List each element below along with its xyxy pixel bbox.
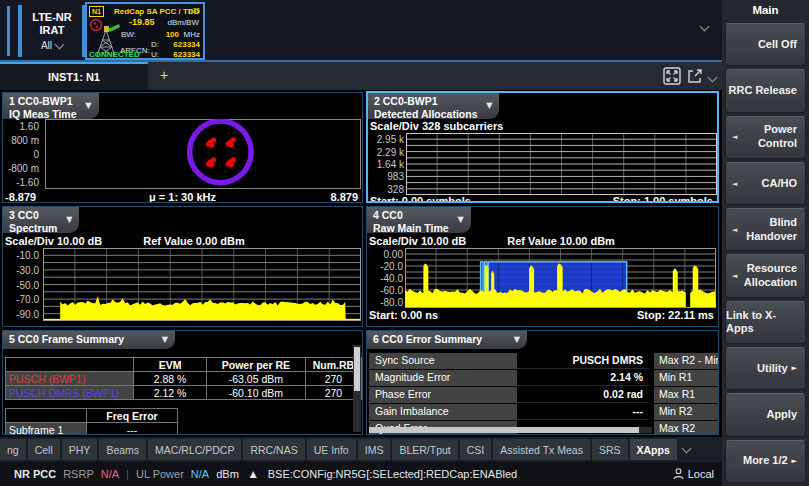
dropdown-icon[interactable]: ▼ bbox=[66, 215, 72, 225]
instance-bar-chevron-icon[interactable] bbox=[708, 73, 718, 83]
expand-log-caret-icon[interactable]: ▲ bbox=[250, 469, 257, 479]
ref-value-label: Ref Value 0.00 dBm bbox=[143, 235, 245, 247]
left-edge-accent bbox=[7, 6, 10, 56]
tab-bler-tput[interactable]: BLER/Tput bbox=[392, 439, 457, 460]
panel-detected-allocations: 2 CC0-BWP1 Detected Allocations ▼ Scale/… bbox=[366, 91, 719, 203]
dropdown-icon[interactable]: ▼ bbox=[162, 335, 168, 345]
measurement-value: -63.05 dBm bbox=[206, 372, 305, 386]
column-header bbox=[6, 358, 134, 372]
panel6-title-dropdown[interactable]: 6 CC0 Error Summary ▼ bbox=[367, 331, 527, 349]
lte-nr-irat-panel[interactable]: LTE-NR IRAT All bbox=[18, 5, 86, 57]
top-header: LTE-NR IRAT All N1 RedCap SA PCC / TDD n… bbox=[0, 0, 722, 62]
scpi-command-text: BSE:CONFig:NR5G[:SELected]:REDCap:ENABle… bbox=[268, 468, 517, 480]
ul-power-unit: dBm bbox=[216, 468, 239, 480]
error-metric-label: Magnitude Error bbox=[369, 370, 517, 386]
tab-overflow-chevron-icon[interactable] bbox=[679, 439, 694, 460]
header-collapse-chevron-icon[interactable] bbox=[700, 22, 710, 32]
measurement-value: 2.12 % bbox=[134, 386, 207, 400]
softkey-label: Cell Off bbox=[758, 38, 797, 52]
irat-filter-dropdown[interactable]: All bbox=[41, 40, 63, 51]
panel3-title-dropdown[interactable]: 3 CC0 Spectrum ▼ bbox=[3, 207, 79, 233]
softkey-power-control[interactable]: ◄PowerControl bbox=[725, 116, 806, 159]
y-tick-label: 0.00 bbox=[369, 249, 403, 260]
tab-ng[interactable]: ng bbox=[0, 439, 26, 460]
tab-phy[interactable]: PHY bbox=[62, 439, 98, 460]
allocations-plot bbox=[406, 133, 717, 195]
softkey-resource-allocation[interactable]: ◄ResourceAllocation bbox=[725, 254, 806, 297]
ul-power-label: UL Power bbox=[136, 468, 184, 480]
dl-label: D: bbox=[151, 40, 159, 49]
instance-tab[interactable]: INST1: N1 bbox=[0, 62, 148, 90]
marker-readout: μ = 1: 30 kHz bbox=[149, 191, 216, 203]
panel2-title-dropdown[interactable]: 2 CC0-BWP1 Detected Allocations ▼ bbox=[368, 93, 499, 119]
bw-unit: MHz bbox=[184, 30, 200, 39]
channel-label: PUSCH (BWP1) bbox=[6, 372, 134, 386]
tab-mac-rlc-pdcp[interactable]: MAC/RLC/PDCP bbox=[148, 439, 241, 460]
bw-value: 100 bbox=[166, 30, 179, 39]
y-tick-label: -20.0 bbox=[369, 261, 403, 272]
panel4-title-dropdown[interactable]: 4 CC0 Raw Main Time ▼ bbox=[367, 207, 471, 233]
y-tick-label: -70.0 bbox=[5, 294, 39, 305]
x-min-label: -8.879 bbox=[5, 191, 36, 203]
error-summary-extra-label: Max R2 - Min bbox=[654, 353, 719, 369]
dropdown-icon[interactable]: ▼ bbox=[85, 101, 91, 111]
measurement-value: 2.88 % bbox=[134, 372, 207, 386]
tab-rrc-nas[interactable]: RRC/NAS bbox=[243, 439, 304, 460]
tab-ue-info[interactable]: UE Info bbox=[307, 439, 356, 460]
add-instance-button[interactable]: + bbox=[160, 67, 168, 83]
tab-cell[interactable]: Cell bbox=[28, 439, 60, 460]
softkey-ca-ho[interactable]: ◄CA/HO bbox=[725, 162, 806, 205]
measurement-value: -60.10 dBm bbox=[206, 386, 305, 400]
panel-error-summary: 6 CC0 Error Summary ▼ Sync SourcePUSCH D… bbox=[366, 330, 719, 435]
irat-label-2: IRAT bbox=[40, 24, 65, 37]
panel6-title: 6 CC0 Error Summary bbox=[373, 333, 482, 345]
tab-srs[interactable]: SRS bbox=[592, 439, 628, 460]
y-tick-label: -10.0 bbox=[5, 250, 39, 261]
softkey-link-to-x-apps[interactable]: Link to X-Apps bbox=[725, 301, 806, 344]
softkey-blind-handover[interactable]: ◄BlindHandover bbox=[725, 208, 806, 251]
error-metric-value: --- bbox=[517, 404, 649, 420]
softkey-utility[interactable]: Utility► bbox=[725, 347, 806, 390]
panel1-title-dropdown[interactable]: 1 CC0-BWP1 IQ Meas Time ▼ bbox=[3, 93, 99, 119]
status-separator: | bbox=[126, 468, 129, 480]
error-summary-scrollbar[interactable] bbox=[369, 427, 652, 433]
y-tick-label: -30.0 bbox=[5, 265, 39, 276]
softkey-rrc-release[interactable]: RRC Release bbox=[725, 69, 806, 112]
tab-assisted-tx-meas[interactable]: Assisted Tx Meas bbox=[493, 439, 590, 460]
column-header: EVM bbox=[134, 358, 207, 372]
iq-constellation-plot bbox=[45, 119, 361, 189]
open-in-new-window-icon[interactable] bbox=[687, 68, 703, 84]
error-summary-row: Gain Imbalance--- bbox=[369, 404, 651, 420]
tab-beams[interactable]: Beams bbox=[99, 439, 146, 460]
error-metric-value: 0.02 rad bbox=[517, 387, 649, 403]
cell-status-card[interactable]: N1 RedCap SA PCC / TDD n78 bbox=[85, 2, 205, 60]
panel5-title-dropdown[interactable]: 5 CC0 Frame Summary ▼ bbox=[3, 331, 175, 349]
softkey-label: RRC Release bbox=[729, 84, 797, 98]
panel-iq-meas-time: 1 CC0-BWP1 IQ Meas Time ▼ 1.60800 m0-800… bbox=[2, 92, 363, 203]
frame-summary-scrollbar[interactable] bbox=[353, 345, 361, 432]
x-max-label: 8.879 bbox=[330, 191, 358, 203]
dropdown-icon[interactable]: ▼ bbox=[458, 215, 464, 225]
measurement-grid: 1 CC0-BWP1 IQ Meas Time ▼ 1.60800 m0-800… bbox=[0, 90, 722, 437]
softkey-cell-off[interactable]: Cell Off bbox=[725, 23, 806, 66]
subframe-label: Subframe 1 bbox=[6, 423, 87, 436]
panel3-title-line2: Spectrum bbox=[9, 222, 57, 235]
softkey-label: Allocation bbox=[744, 276, 797, 290]
softkey-menu-title: Main bbox=[725, 0, 806, 20]
tab-ims[interactable]: IMS bbox=[358, 439, 391, 460]
tab-xapps[interactable]: XApps bbox=[630, 439, 677, 460]
table-row: Subframe 1--- bbox=[6, 423, 178, 436]
fullscreen-icon[interactable] bbox=[663, 67, 681, 85]
tab-csi[interactable]: CSI bbox=[460, 439, 492, 460]
chevron-down-icon bbox=[55, 39, 65, 49]
scale-div-label: Scale/Div 10.00 dB bbox=[5, 235, 102, 247]
y-tick-label: -80.0 bbox=[369, 297, 403, 308]
dropdown-icon[interactable]: ▼ bbox=[514, 335, 520, 345]
softkey-label: Apply bbox=[766, 408, 797, 422]
softkey-more-1-2[interactable]: More 1/2► bbox=[725, 440, 806, 483]
dropdown-icon[interactable]: ▼ bbox=[486, 101, 492, 111]
session-mode-label[interactable]: Local bbox=[688, 468, 714, 480]
submenu-left-arrow-icon: ◄ bbox=[732, 179, 737, 188]
y-tick-label: 1.60 bbox=[5, 121, 39, 132]
softkey-apply[interactable]: Apply bbox=[725, 393, 806, 436]
